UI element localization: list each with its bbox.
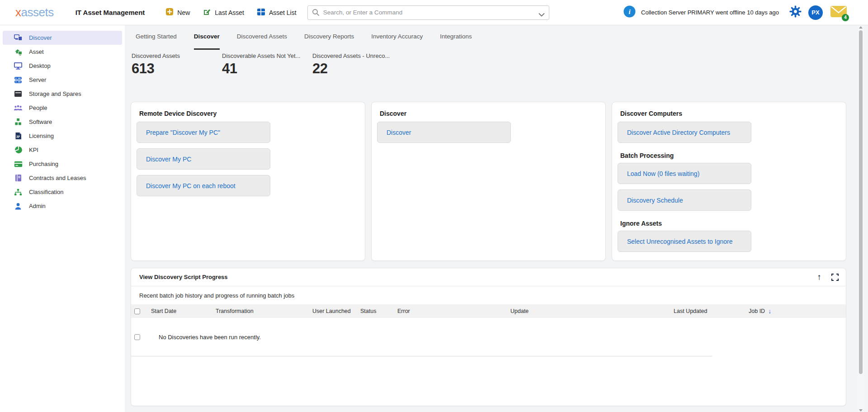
stat-value: 22	[312, 61, 403, 77]
server-icon	[14, 76, 23, 84]
sidebar-item-storage-and-spares[interactable]: Storage and Spares	[3, 87, 122, 101]
sidebar-item-label: Storage and Spares	[29, 90, 81, 97]
asset-icon	[14, 48, 23, 56]
contracts-book-icon	[14, 174, 23, 182]
panel-title: View Discovery Script Progress	[139, 274, 228, 280]
software-cubes-icon	[14, 118, 23, 126]
sidebar-item-contracts-and-leases[interactable]: Contracts and Leases	[3, 171, 122, 185]
last-asset-button[interactable]: Last Asset	[203, 8, 244, 18]
card-remote-device-discovery: Remote Device Discovery Prepare "Discove…	[131, 102, 365, 261]
card-discover: Discover Discover	[371, 102, 606, 261]
sidebar-item-classification[interactable]: Classification	[3, 185, 122, 199]
column-user-launched[interactable]: User Launched	[312, 308, 360, 314]
stat-discovered-assets[interactable]: Discovered Assets 613	[132, 52, 222, 77]
fullscreen-icon[interactable]	[831, 274, 839, 281]
sidebar-item-label: KPI	[29, 147, 38, 153]
discover-my-pc-button[interactable]: Discover My PC	[137, 148, 270, 170]
mail-button[interactable]: 4	[830, 5, 847, 20]
desktop-icon	[14, 62, 23, 70]
vertical-scrollbar[interactable]	[858, 26, 864, 412]
people-icon	[14, 104, 23, 111]
scrollbar-thumb[interactable]	[859, 30, 863, 374]
cards-row: Remote Device Discovery Prepare "Discove…	[131, 102, 846, 261]
discover-my-pc-reboot-button[interactable]: Discover My PC on each reboot	[137, 175, 270, 196]
plus-icon	[165, 8, 174, 17]
batch-processing-heading: Batch Processing	[620, 152, 839, 159]
scroll-up-arrow[interactable]	[859, 26, 863, 28]
sidebar-item-asset[interactable]: Asset	[3, 45, 122, 59]
grid-icon	[257, 8, 265, 17]
avatar-initials: PX	[811, 9, 819, 16]
tab-inventory-accuracy[interactable]: Inventory Accuracy	[371, 25, 423, 50]
sidebar-item-licensing[interactable]: Licensing	[3, 129, 122, 143]
discovery-progress-panel: View Discovery Script Progress ↑ Recent …	[131, 268, 846, 406]
discover-ad-computers-button[interactable]: Discover Active Directory Computers	[618, 122, 751, 143]
sort-desc-icon[interactable]: ↓	[768, 308, 771, 315]
tab-discover[interactable]: Discover	[194, 25, 220, 50]
column-error[interactable]: Error	[397, 308, 510, 314]
column-start-date[interactable]: Start Date	[151, 308, 216, 314]
sidebar-item-software[interactable]: Software	[3, 115, 122, 129]
row-divider	[131, 356, 712, 356]
avatar[interactable]: PX	[808, 5, 823, 20]
stats-row: Discovered Assets 613 Discoverable Asset…	[125, 52, 868, 77]
logo-x: x	[15, 5, 21, 19]
sidebar-item-label: Admin	[29, 203, 46, 209]
sidebar-item-label: Asset	[29, 48, 44, 55]
card-title: Remote Device Discovery	[139, 110, 358, 117]
sidebar-item-people[interactable]: People	[3, 101, 122, 115]
mail-badge: 4	[842, 14, 849, 21]
info-icon[interactable]: i	[623, 5, 636, 19]
chevron-down-icon[interactable]	[538, 10, 545, 19]
license-document-icon	[14, 132, 23, 140]
sidebar-item-desktop[interactable]: Desktop	[3, 59, 122, 73]
prepare-discover-my-pc-button[interactable]: Prepare "Discover My PC"	[137, 122, 270, 143]
storage-box-icon	[14, 90, 23, 97]
load-now-button[interactable]: Load Now (0 files waiting)	[618, 163, 751, 184]
new-button[interactable]: New	[165, 8, 190, 17]
sidebar-item-admin[interactable]: Admin	[3, 199, 122, 213]
gear-icon[interactable]	[789, 5, 802, 20]
column-status[interactable]: Status	[360, 308, 397, 314]
stat-unrecognised[interactable]: Discovered Assets - Unreco... 22	[312, 52, 403, 77]
select-all-checkbox[interactable]	[134, 308, 140, 314]
search-icon	[312, 9, 320, 18]
sidebar-item-kpi[interactable]: KPI	[3, 143, 122, 157]
tab-discovered-assets[interactable]: Discovered Assets	[237, 25, 287, 50]
discovery-schedule-button[interactable]: Discovery Schedule	[618, 189, 751, 211]
sidebar-item-purchasing[interactable]: Purchasing	[3, 157, 122, 171]
asset-list-button[interactable]: Asset List	[257, 8, 297, 17]
table-header-row: Start Date Transformation User Launched …	[131, 304, 846, 318]
sidebar-item-label: Server	[29, 76, 46, 83]
stat-value: 41	[222, 61, 312, 77]
search-input[interactable]	[307, 5, 549, 20]
discover-icon	[14, 34, 23, 42]
stat-label: Discovered Assets - Unreco...	[312, 52, 403, 59]
column-transformation[interactable]: Transformation	[216, 308, 312, 314]
sidebar-item-discover[interactable]: Discover	[3, 31, 122, 45]
column-update[interactable]: Update	[510, 308, 674, 314]
stat-discoverable-not-yet[interactable]: Discoverable Assets Not Yet... 41	[222, 52, 312, 77]
tab-getting-started[interactable]: Getting Started	[136, 25, 177, 50]
xassets-logo[interactable]: xassets	[15, 5, 54, 19]
column-job-id[interactable]: Job ID	[749, 308, 765, 314]
sidebar: Discover Asset Desktop Server Storage an…	[0, 25, 125, 412]
last-asset-label: Last Asset	[215, 9, 244, 16]
tab-discovery-reports[interactable]: Discovery Reports	[304, 25, 354, 50]
sidebar-item-label: People	[29, 104, 47, 111]
credit-card-icon	[14, 161, 23, 167]
column-last-updated[interactable]: Last Updated	[674, 308, 749, 314]
tab-integrations[interactable]: Integrations	[440, 25, 472, 50]
sidebar-item-server[interactable]: Server	[3, 73, 122, 87]
edit-icon	[203, 8, 211, 18]
sidebar-item-label: Software	[29, 118, 52, 125]
collapse-arrow-icon[interactable]: ↑	[817, 273, 822, 281]
row-checkbox[interactable]	[134, 334, 140, 340]
discover-button[interactable]: Discover	[377, 122, 511, 143]
sidebar-item-label: Desktop	[29, 62, 51, 69]
select-unrecognised-button[interactable]: Select Unrecognised Assets to Ignore	[618, 231, 751, 252]
main-content: Getting Started Discover Discovered Asse…	[125, 25, 868, 412]
panel-subtitle: Recent batch job history and progress of…	[131, 286, 846, 299]
card-title: Discover	[380, 110, 598, 117]
scroll-down-arrow[interactable]	[859, 409, 863, 412]
